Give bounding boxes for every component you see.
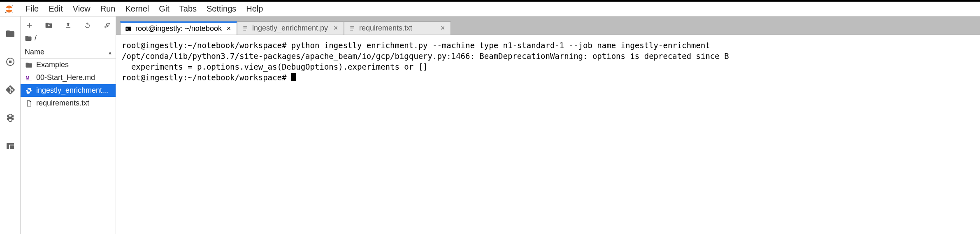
jupyter-logo [3, 3, 15, 15]
svg-point-1 [5, 12, 7, 13]
tab-label: root@ingestly: ~/notebook [135, 24, 222, 33]
name-column-header: Name [25, 48, 44, 56]
menu-kernel[interactable]: Kernel [120, 2, 154, 15]
svg-point-0 [12, 5, 13, 6]
tab[interactable]: requirements.txt× [344, 21, 451, 35]
activity-folder-icon[interactable] [4, 27, 17, 40]
svg-point-2 [12, 12, 13, 12]
breadcrumb-path: / [35, 34, 37, 42]
close-icon[interactable]: × [439, 25, 446, 32]
tab-bar: $_root@ingestly: ~/notebook×ingestly_enr… [116, 16, 980, 35]
terminal-line: experiments = p.options.view_as(DebugOpt… [122, 61, 974, 72]
file-item-label: Examples [36, 61, 69, 69]
folder-icon [25, 61, 33, 69]
menu-tabs[interactable]: Tabs [174, 2, 202, 15]
activity-bar [0, 16, 21, 234]
upload-button[interactable] [64, 21, 73, 30]
file-item-markdown[interactable]: M00-Start_Here.md [21, 71, 116, 84]
file-item-python[interactable]: ingestly_enrichment... [21, 84, 116, 97]
activity-running-icon[interactable] [4, 55, 17, 68]
markdown-icon: M [25, 74, 33, 82]
tab[interactable]: $_root@ingestly: ~/notebook× [120, 21, 237, 35]
svg-text:$_: $_ [126, 27, 130, 30]
close-icon[interactable]: × [332, 25, 339, 32]
menu-edit[interactable]: Edit [44, 2, 67, 15]
menu-git[interactable]: Git [154, 2, 174, 15]
new-folder-button[interactable] [44, 21, 53, 30]
svg-text:M: M [26, 75, 30, 80]
menu-run[interactable]: Run [95, 2, 121, 15]
file-item-text[interactable]: requirements.txt [21, 97, 116, 110]
menu-view[interactable]: View [68, 2, 95, 15]
main-area: $_root@ingestly: ~/notebook×ingestly_enr… [116, 16, 980, 234]
refresh-button[interactable] [83, 21, 92, 30]
tab-label: ingestly_enrichment.py [252, 24, 329, 33]
tab-label: requirements.txt [359, 24, 436, 33]
activity-git-icon[interactable] [4, 83, 17, 96]
terminal-icon: $_ [125, 25, 132, 33]
file-list-header[interactable]: Name [21, 46, 116, 58]
breadcrumb[interactable]: / [21, 33, 116, 46]
python-icon [25, 87, 33, 95]
file-list: ExamplesM00-Start_Here.mdingestly_enrich… [21, 58, 116, 234]
file-browser-toolbar [21, 19, 116, 33]
file-item-folder[interactable]: Examples [21, 58, 116, 71]
menu-help[interactable]: Help [241, 2, 268, 15]
file-item-label: requirements.txt [36, 99, 89, 108]
terminal-output[interactable]: root@ingestly:~/notebook/workspace# pyth… [116, 35, 980, 234]
cursor-icon [291, 73, 296, 81]
terminal-prompt-line: root@ingestly:~/notebook/workspace# [122, 72, 974, 83]
menu-file[interactable]: File [21, 2, 44, 15]
terminal-prompt: root@ingestly:~/notebook/workspace# [122, 73, 291, 82]
terminal-line: root@ingestly:~/notebook/workspace# pyth… [122, 40, 974, 51]
file-item-label: ingestly_enrichment... [36, 86, 108, 95]
file-item-label: 00-Start_Here.md [36, 73, 95, 82]
text-icon [25, 99, 33, 108]
activity-tabs-icon[interactable] [4, 139, 17, 152]
close-icon[interactable]: × [225, 25, 232, 33]
git-clone-button[interactable] [102, 21, 111, 30]
terminal-line: /opt/conda/lib/python3.7/site-packages/a… [122, 51, 974, 61]
sort-indicator-icon [109, 49, 111, 56]
folder-icon [25, 35, 32, 42]
menubar: FileEditViewRunKernelGitTabsSettingsHelp [0, 2, 980, 16]
new-launcher-button[interactable] [25, 21, 34, 30]
activity-extensions-icon[interactable] [4, 111, 17, 124]
file-text-icon [242, 25, 249, 32]
file-text-icon [348, 25, 356, 32]
menu-settings[interactable]: Settings [202, 2, 241, 15]
file-browser-panel: / Name ExamplesM00-Start_Here.mdingestly… [21, 16, 116, 234]
tab[interactable]: ingestly_enrichment.py× [237, 21, 344, 35]
